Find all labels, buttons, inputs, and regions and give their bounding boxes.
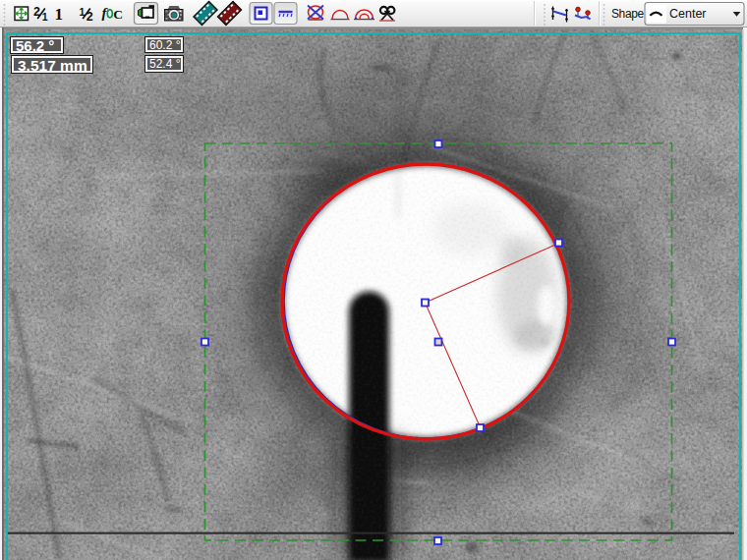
svg-text:1: 1: [42, 11, 48, 23]
svg-text:1: 1: [55, 5, 64, 24]
svg-text:C: C: [113, 7, 123, 22]
svg-text:Center: Center: [669, 7, 707, 21]
svg-text:2: 2: [86, 10, 93, 24]
svg-text:Shape: Shape: [611, 7, 644, 21]
